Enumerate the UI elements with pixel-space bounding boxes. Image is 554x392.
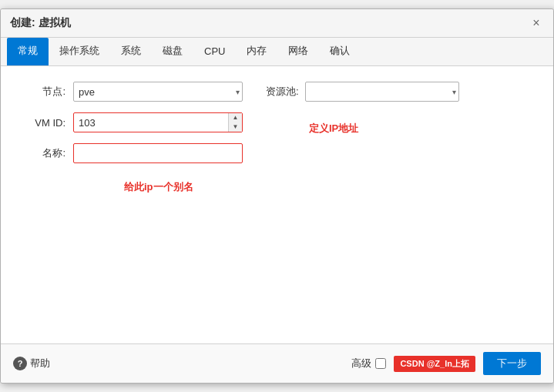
form-content: 节点: pve ▾ 资源池: ▾ VM ID:	[1, 66, 553, 343]
title-bar: 创建: 虚拟机 ×	[1, 9, 553, 38]
help-label: 帮助	[30, 357, 50, 370]
advanced-checkbox[interactable]	[375, 358, 386, 369]
vmid-input[interactable]	[73, 112, 243, 132]
tab-disk[interactable]: 磁盘	[152, 38, 193, 65]
advanced-label: 高级	[351, 357, 371, 370]
tab-os[interactable]: 操作系统	[49, 38, 110, 65]
tab-confirm[interactable]: 确认	[319, 38, 361, 65]
csdn-badge: CSDN @Z_In上拓	[394, 356, 475, 372]
tab-memory[interactable]: 内存	[236, 38, 277, 65]
help-button[interactable]: ? 帮助	[13, 357, 50, 370]
dialog-footer: ? 帮助 高级 CSDN @Z_In上拓 下一步	[1, 343, 553, 383]
resource-pool-select[interactable]	[305, 82, 459, 102]
vmid-decrement[interactable]: ▼	[228, 122, 242, 132]
close-button[interactable]: ×	[529, 15, 544, 31]
vmid-spinner: ▲ ▼	[228, 113, 242, 132]
resource-pool-select-wrap: ▾	[305, 82, 459, 102]
node-row: 节点: pve ▾ 资源池: ▾	[19, 82, 535, 102]
resource-pool-label: 资源池:	[266, 85, 299, 99]
tab-system[interactable]: 系统	[110, 38, 152, 65]
dialog-title: 创建: 虚拟机	[10, 16, 71, 30]
node-select[interactable]: pve	[73, 82, 243, 102]
node-label: 节点:	[19, 85, 65, 99]
node-select-wrap: pve ▾	[73, 82, 243, 102]
vmid-input-wrap: ▲ ▼	[73, 112, 243, 132]
name-label: 名称:	[19, 146, 65, 160]
name-input[interactable]	[73, 143, 243, 163]
name-row: 名称:	[19, 143, 535, 163]
tab-general[interactable]: 常规	[7, 38, 49, 65]
annotation-name: 给此ip一个别名	[124, 180, 193, 194]
vmid-row: VM ID: ▲ ▼ 定义IP地址	[19, 112, 535, 132]
tab-network[interactable]: 网络	[277, 38, 319, 65]
resource-pool-section: 资源池: ▾	[266, 82, 459, 102]
footer-right: 高级 CSDN @Z_In上拓 下一步	[351, 352, 541, 375]
annotation-ip: 定义IP地址	[309, 122, 358, 136]
advanced-wrap: 高级	[351, 357, 386, 370]
help-icon: ?	[13, 357, 27, 370]
create-vm-dialog: 创建: 虚拟机 × 常规 操作系统 系统 磁盘 CPU 内存 网络 确认 节点:…	[0, 8, 554, 384]
tab-bar: 常规 操作系统 系统 磁盘 CPU 内存 网络 确认	[1, 38, 553, 66]
vmid-label: VM ID:	[19, 117, 65, 129]
tab-cpu[interactable]: CPU	[193, 38, 236, 65]
vmid-increment[interactable]: ▲	[228, 113, 242, 122]
next-button[interactable]: 下一步	[483, 352, 541, 375]
